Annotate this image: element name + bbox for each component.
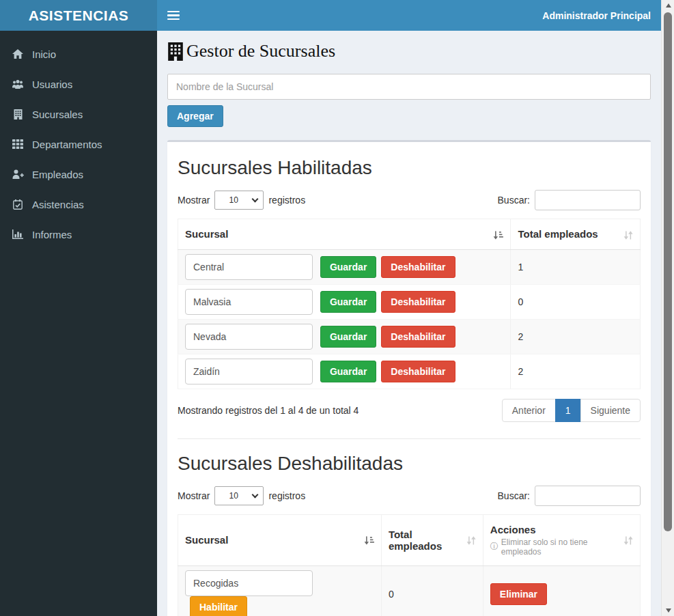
home-icon xyxy=(10,49,25,59)
buscar-label: Buscar: xyxy=(498,195,530,206)
deshabilitar-button[interactable]: Deshabilitar xyxy=(381,326,455,348)
total-empleados-value: 0 xyxy=(511,284,641,319)
sidebar: ASISTENCIAS Inicio Usuarios Sucursales xyxy=(0,0,157,616)
building-icon xyxy=(167,42,184,61)
topbar: Administrador Principal xyxy=(157,0,661,31)
deshabilitar-button[interactable]: Deshabilitar xyxy=(381,256,455,278)
vertical-scrollbar xyxy=(661,0,674,616)
guardar-button[interactable]: Guardar xyxy=(320,326,376,348)
table-info: Mostrando registros del 1 al 4 de un tot… xyxy=(178,405,359,416)
branch-name-input[interactable] xyxy=(185,359,313,384)
sidebar-item-label: Empleados xyxy=(32,169,83,180)
enabled-branches-table: Sucursal Total empleados xyxy=(178,219,641,389)
user-menu[interactable]: Administrador Principal xyxy=(542,10,651,21)
eliminar-button[interactable]: Eliminar xyxy=(490,583,547,605)
building-icon xyxy=(10,109,25,120)
guardar-button[interactable]: Guardar xyxy=(320,291,376,313)
mostrar-label: Mostrar xyxy=(178,490,210,501)
sidebar-item-sucursales[interactable]: Sucursales xyxy=(0,99,157,129)
brand-logo[interactable]: ASISTENCIAS xyxy=(0,0,157,31)
search-input[interactable] xyxy=(535,486,641,506)
acciones-note: ⓘ Eliminar solo si no tiene empleados xyxy=(490,537,619,557)
sort-both-icon xyxy=(623,228,633,240)
sidebar-item-label: Asistencias xyxy=(32,199,84,210)
page-length-select[interactable]: 10 xyxy=(214,486,264,505)
total-empleados-value: 2 xyxy=(511,354,641,389)
main-content: Gestor de Sucursales Agregar Sucursales … xyxy=(157,31,661,616)
table-row: Guardar Deshabilitar 2 xyxy=(178,354,641,389)
deshabilitar-button[interactable]: Deshabilitar xyxy=(381,291,455,313)
sidebar-item-inicio[interactable]: Inicio xyxy=(0,39,157,69)
disabled-table-controls: Mostrar 10 registros Buscar: xyxy=(178,486,641,506)
branches-panel: Sucursales Habilitadas Mostrar 10 regist… xyxy=(167,140,651,616)
buscar-label: Buscar: xyxy=(498,490,530,501)
scroll-up-arrow[interactable] xyxy=(662,0,674,11)
disabled-branches-table: Sucursal Total empleados xyxy=(178,514,641,616)
column-header-acciones[interactable]: Acciones ⓘ Eliminar solo si no tiene emp… xyxy=(483,514,640,565)
registros-label: registros xyxy=(268,490,305,501)
info-circle-icon: ⓘ xyxy=(490,541,499,552)
pagination-next[interactable]: Siguiente xyxy=(580,399,641,422)
page-title: Gestor de Sucursales xyxy=(167,41,651,61)
user-plus-icon xyxy=(10,169,25,179)
mostrar-label: Mostrar xyxy=(178,195,210,206)
sidebar-item-informes[interactable]: Informes xyxy=(0,219,157,249)
table-row: Guardar Deshabilitar 1 xyxy=(178,249,641,284)
branch-name-input[interactable] xyxy=(185,324,313,350)
total-empleados-value: 0 xyxy=(381,565,483,616)
column-header-total-empleados[interactable]: Total empleados xyxy=(511,219,641,250)
scrollbar-thumb[interactable] xyxy=(664,12,672,531)
sort-asc-icon xyxy=(364,534,374,546)
section-divider xyxy=(178,438,641,439)
table-row: Habilitar 0 Eliminar xyxy=(178,565,641,616)
pagination: Anterior 1 Siguiente xyxy=(502,399,641,422)
calendar-check-icon xyxy=(10,199,25,210)
guardar-button[interactable]: Guardar xyxy=(320,256,376,278)
enabled-table-footer: Mostrando registros del 1 al 4 de un tot… xyxy=(178,399,641,422)
sidebar-menu: Inicio Usuarios Sucursales Departamentos xyxy=(0,31,157,249)
column-header-sucursal[interactable]: Sucursal xyxy=(178,514,382,565)
total-empleados-value: 2 xyxy=(511,319,641,354)
disabled-section-title: Sucursales Deshabilitadas xyxy=(178,453,641,475)
sort-asc-icon xyxy=(493,228,503,240)
deshabilitar-button[interactable]: Deshabilitar xyxy=(381,361,455,382)
habilitar-button[interactable]: Habilitar xyxy=(190,596,247,616)
branch-name-input[interactable] xyxy=(185,289,313,315)
table-row: Guardar Deshabilitar 2 xyxy=(178,319,641,354)
sort-both-icon xyxy=(623,534,633,546)
sort-both-icon xyxy=(466,534,476,546)
sidebar-item-label: Informes xyxy=(32,229,72,240)
search-input[interactable] xyxy=(535,190,641,210)
table-row: Guardar Deshabilitar 0 xyxy=(178,284,641,319)
enabled-section-title: Sucursales Habilitadas xyxy=(178,157,641,179)
branch-name-input[interactable] xyxy=(185,254,313,280)
pagination-page-1[interactable]: 1 xyxy=(555,399,581,422)
column-header-total-empleados[interactable]: Total empleados xyxy=(381,514,483,565)
enabled-table-controls: Mostrar 10 registros Buscar: xyxy=(178,190,641,210)
registros-label: registros xyxy=(268,195,305,206)
pagination-prev[interactable]: Anterior xyxy=(502,399,556,422)
branch-name-input[interactable] xyxy=(185,570,313,596)
total-empleados-value: 1 xyxy=(511,249,641,284)
sidebar-item-label: Sucursales xyxy=(32,109,83,120)
scroll-down-arrow[interactable] xyxy=(662,605,674,616)
app-window: ASISTENCIAS Inicio Usuarios Sucursales xyxy=(0,0,674,616)
sidebar-item-usuarios[interactable]: Usuarios xyxy=(0,69,157,99)
sidebar-item-label: Usuarios xyxy=(32,79,72,90)
new-branch-name-input[interactable] xyxy=(167,74,651,100)
column-header-sucursal[interactable]: Sucursal xyxy=(178,219,511,250)
sidebar-item-label: Inicio xyxy=(32,48,56,60)
sidebar-item-asistencias[interactable]: Asistencias xyxy=(0,189,157,219)
grid-icon xyxy=(10,139,25,149)
sidebar-item-departamentos[interactable]: Departamentos xyxy=(0,129,157,159)
hamburger-menu-icon[interactable] xyxy=(167,9,180,23)
agregar-button[interactable]: Agregar xyxy=(167,105,223,127)
sidebar-item-empleados[interactable]: Empleados xyxy=(0,159,157,189)
guardar-button[interactable]: Guardar xyxy=(320,361,376,382)
bar-chart-icon xyxy=(10,229,25,239)
page-length-select[interactable]: 10 xyxy=(214,191,264,210)
users-icon xyxy=(10,79,25,89)
sidebar-item-label: Departamentos xyxy=(32,139,102,150)
page-title-text: Gestor de Sucursales xyxy=(186,41,335,61)
